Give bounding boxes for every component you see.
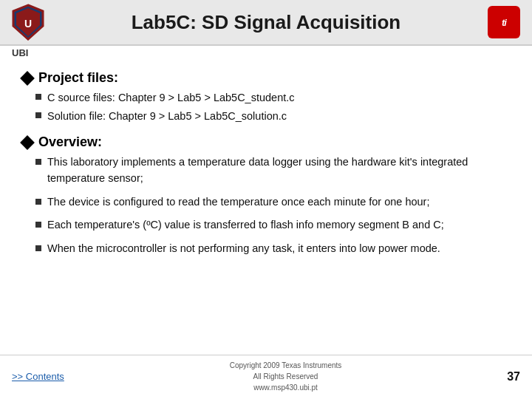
header-logo-left: U [12,4,44,41]
overview-title: Overview: [22,134,510,150]
list-item: Each temperature's (ºC) value is transfe… [35,217,510,233]
list-item: The device is configured to read the tem… [35,194,510,211]
ti-logo-icon: ti [488,6,520,38]
main-content: Project files: C source files: Chapter 9… [0,63,532,275]
bullet-icon [35,199,41,205]
bullet-icon [35,245,41,251]
overview-section: Overview: This laboratory implements a t… [22,134,510,257]
ubi-shield-icon: U [12,4,44,41]
footer: >> Contents Copyright 2009 Texas Instrum… [0,355,532,399]
bullet-icon [35,112,41,118]
list-item: When the microcontroller is not performi… [35,241,510,257]
bullet-icon [35,222,41,228]
bullet-icon [35,159,41,165]
overview-bullet-list: This laboratory implements a temperature… [22,154,510,257]
page-title: Lab5C: SD Signal Acquisition [44,11,488,34]
header: U Lab5C: SD Signal Acquisition ti [0,0,532,46]
list-item: C source files: Chapter 9 > Lab5 > Lab5C… [35,90,510,106]
project-section: Project files: C source files: Chapter 9… [22,70,510,124]
copyright-text: Copyright 2009 Texas Instruments All Rig… [230,360,342,393]
list-item: Solution file: Chapter 9 > Lab5 > Lab5C_… [35,109,510,124]
svg-text:U: U [24,18,32,30]
project-bullet-list: C source files: Chapter 9 > Lab5 > Lab5C… [22,90,510,124]
ubi-label: UBI [0,46,532,63]
contents-link[interactable]: >> Contents [12,371,64,382]
diamond-icon [20,135,35,150]
bullet-icon [35,94,41,100]
page-number: 37 [507,370,520,383]
diamond-icon [20,71,35,86]
project-title: Project files: [22,70,510,86]
list-item: This laboratory implements a temperature… [35,154,510,187]
